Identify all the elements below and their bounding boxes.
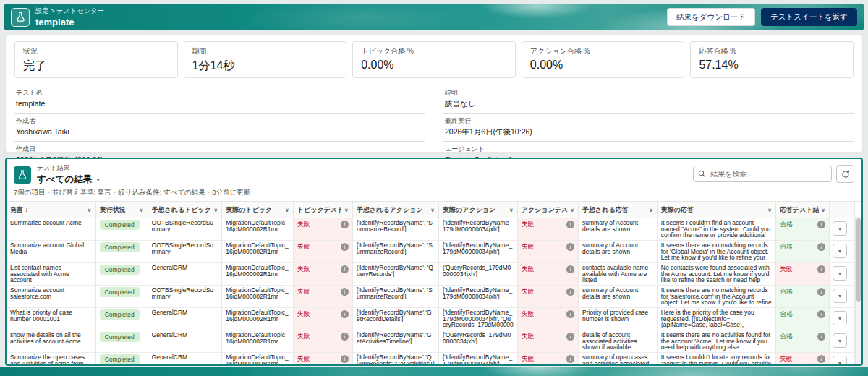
result-label: 失敗 [522,220,535,229]
expected-response-cell: summary of Account details are shown [579,241,658,263]
run-status-cell: Completed [95,263,148,286]
expected-actions-cell: ['IdentifyRecordByName', 'SummarizeRecor… [352,286,438,308]
search-input[interactable] [693,166,832,182]
expected-topic-cell: GeneralCRM [148,330,222,353]
actual-topic-cell: MigrationDefaultTopic_16jdM000002R1mr [222,353,294,365]
row-actions-cell: ▾ [830,330,855,353]
expected-topic-cell: OOTBSingleRecordSummary [148,286,222,308]
actual-topic-cell: MigrationDefaultTopic_16jdM000002R1mr [222,286,294,308]
download-results-button[interactable]: 結果をダウンロード [667,8,755,26]
expected-response-cell: summary of Account details are shown [579,286,658,308]
info-icon[interactable]: i [566,355,574,363]
stat-value: 0.00% [530,59,676,72]
col-topic-test-result[interactable]: トピックテスト結果∨ [293,202,352,218]
info-icon[interactable]: i [817,288,825,296]
field-last-run: 最終実行 2026年1月6日(午後10:26) [443,114,854,142]
info-icon[interactable]: i [341,221,349,228]
results-table: 発言 ↓ ∨ 実行状況∨ 予想されるトピック∨ 実際のトピック∨ トピック [7,202,855,364]
status-badge: Completed [100,287,140,297]
expected-response-cell: contacts available name available with A… [579,263,658,286]
col-expected-response[interactable]: 予想される応答∨ [579,202,658,218]
table-row[interactable]: What is priority of case number 00001001… [7,308,855,330]
table-row[interactable]: Summarize account salesforce.com Complet… [7,286,855,308]
row-actions-button[interactable]: ▾ [833,333,847,348]
col-actual-topic[interactable]: 実際のトピック∨ [222,202,294,218]
refresh-button[interactable] [836,165,854,183]
row-actions-button[interactable]: ▾ [833,311,847,325]
row-actions-button[interactable]: ▾ [833,221,847,236]
info-icon[interactable]: i [566,288,574,296]
actual-response-cell: It seems there are no matching records f… [657,286,775,308]
col-actual-response[interactable]: 実際の応答∨ [657,202,775,218]
topic-test-result-cell: 失敗i [293,353,352,365]
expected-actions-cell: ['IdentifyRecordByName','GetActivitiesTi… [352,330,438,353]
chevron-down-icon: ∨ [821,207,825,213]
info-icon[interactable]: i [817,355,825,363]
vertical-scrollbar[interactable] [855,217,861,364]
col-run-status[interactable]: 実行状況∨ [95,202,148,218]
table-header-row: 発言 ↓ ∨ 実行状況∨ 予想されるトピック∨ 実際のトピック∨ トピック [7,202,855,218]
action-test-result-cell: 失敗i [517,218,578,241]
stat-action-pass: アクション合格 % 0.00% [522,41,685,78]
table-row[interactable]: Summarize the open cases and Activities … [7,353,855,365]
info-icon[interactable]: i [566,221,574,228]
expected-topic-cell: GeneralCRM [148,308,222,330]
info-icon[interactable]: i [817,333,825,341]
table-row[interactable]: List contact names associated with Acme … [7,263,855,286]
info-icon[interactable]: i [817,243,825,251]
field-value: 2026年1月6日(午後10:26) [445,127,852,137]
info-icon[interactable]: i [341,243,349,251]
expected-response-cell: summary of open cases and activities ass… [579,353,658,365]
breadcrumb[interactable]: 設定 > テストセンター [35,7,104,16]
info-icon[interactable]: i [341,355,349,363]
row-actions-button[interactable]: ▾ [833,289,847,303]
info-icon[interactable]: i [566,333,574,341]
col-utterance[interactable]: 発言 ↓ ∨ [7,202,95,218]
col-expected-topic[interactable]: 予想されるトピック∨ [148,202,222,218]
table-row[interactable]: Summarize account Acme Completed OOTBSin… [7,218,855,241]
table-row[interactable]: Summarize account Global Media Completed… [7,241,855,263]
row-actions-button[interactable]: ▾ [833,266,847,281]
info-icon[interactable]: i [341,288,349,296]
return-test-suite-button[interactable]: テストスイートを返す [761,8,857,26]
results-filter-dropdown[interactable]: すべての結果 ▼ [37,174,101,186]
info-icon[interactable]: i [817,265,825,273]
col-expected-actions[interactable]: 予想されるアクション∨ [352,202,438,218]
field-label: エージェント [445,145,852,154]
info-icon[interactable]: i [341,333,349,341]
expected-topic-cell: GeneralCRM [148,263,222,286]
info-icon[interactable]: i [341,265,349,273]
utterance-cell: Summarize account salesforce.com [7,286,95,308]
action-test-result-cell: 失敗i [517,286,578,308]
info-icon[interactable]: i [566,243,574,251]
table-row[interactable]: show me details on all the activities of… [7,330,855,353]
row-actions-cell: ▾ [830,263,855,286]
row-actions-cell: ▾ [830,286,855,308]
row-actions-button[interactable]: ▾ [833,356,847,364]
results-table-wrap: 発言 ↓ ∨ 実行状況∨ 予想されるトピック∨ 実際のトピック∨ トピック [7,201,861,364]
stat-value: 完了 [23,59,169,74]
stat-label: アクション合格 % [530,46,676,56]
chevron-down-icon: ∨ [213,207,218,213]
utterance-cell: Summarize account Global Media [7,241,95,263]
info-icon[interactable]: i [566,265,574,273]
actual-response-cell: It seems there are no activities found f… [657,330,775,353]
col-response-test-result[interactable]: 応答テスト結果∨ [776,202,830,218]
row-actions-cell: ▾ [830,218,855,241]
info-icon[interactable]: i [566,310,574,318]
stat-label: トピック合格 % [361,46,507,56]
info-icon[interactable]: i [341,310,349,318]
col-action-test-result[interactable]: アクションテスト...∨ [517,202,578,218]
info-icon[interactable]: i [817,310,825,318]
info-icon[interactable]: i [817,221,825,228]
response-test-result-cell: 合格i [776,218,830,241]
row-actions-button[interactable]: ▾ [833,244,847,258]
actual-response-cell: No contacts were found associated with t… [657,263,775,286]
scrollbar-thumb[interactable] [856,218,861,302]
expected-response-cell: summary of Account details are shown [579,218,658,241]
result-label: 失敗 [297,265,310,274]
col-actual-actions[interactable]: 実際のアクション∨ [439,202,518,218]
result-label: 失敗 [297,332,310,341]
action-test-result-cell: 失敗i [517,263,578,286]
stats-row: 状況 完了 期間 1分14秒 トピック合格 % 0.00% アクション合格 % … [14,41,854,78]
